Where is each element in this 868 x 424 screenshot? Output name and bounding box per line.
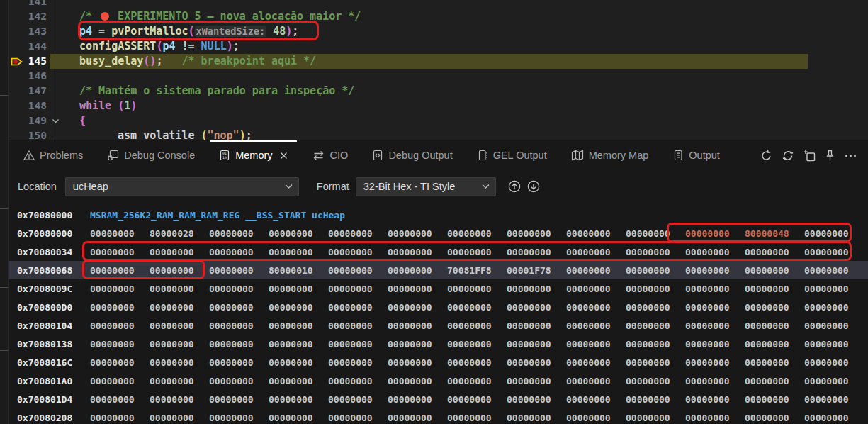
code-line[interactable]: 150 __asm volatile ("nop");	[9, 128, 868, 140]
code-editor[interactable]: 141 142 /* EXPERIMENTO 5 — nova alocação…	[9, 0, 868, 140]
refresh-button[interactable]	[760, 150, 772, 162]
code-token: __asm	[105, 129, 137, 140]
memory-value-cell: 00000000	[328, 413, 388, 423]
code-token: =	[92, 25, 111, 38]
memory-value-cell: 00000000	[685, 376, 745, 386]
memory-value-cell: 00000000	[507, 394, 566, 405]
tab-memory[interactable]: 0110 Memory	[207, 140, 299, 170]
memory-value-cell: 00000000	[209, 413, 269, 423]
memory-value-cell: 00000000	[388, 228, 447, 239]
code-line[interactable]: 141	[9, 0, 868, 9]
gutter-line-number[interactable]: 150	[9, 128, 50, 140]
location-label: Location	[18, 181, 57, 192]
memory-value-cell: 00000000	[209, 357, 269, 368]
memory-value-cell: 00000000	[447, 228, 507, 239]
memory-symbol-row[interactable]: 0x70080000 MSRAM_256K2_RAM_RAM_RAM_REG _…	[9, 206, 868, 224]
new-memory-view-button[interactable]	[804, 150, 816, 162]
memory-value-cell: 00000000	[626, 320, 685, 331]
location-input[interactable]: ucHeap	[65, 177, 299, 196]
memory-value-cell: 00000000	[388, 265, 447, 276]
auto-refresh-button[interactable]	[782, 150, 794, 162]
memory-value-cell: 00000000	[685, 302, 745, 313]
tab-gel-output[interactable]: GEL Output	[465, 140, 559, 170]
tab-problems[interactable]: Problems	[11, 140, 95, 170]
format-value: 32-Bit Hex - TI Style	[363, 181, 455, 192]
memory-value-cell: 00000000	[447, 339, 507, 350]
code-line[interactable]: 146	[9, 69, 868, 84]
tab-output[interactable]: Output	[660, 140, 732, 170]
memory-value-cell: 00000000	[685, 247, 745, 257]
memory-value-cell: 00000000	[566, 302, 626, 313]
memory-value-cell: 00000000	[745, 320, 804, 331]
memory-value-cell: 00000000	[447, 376, 507, 386]
memory-value-cell: 00000000	[388, 339, 447, 350]
memory-row[interactable]: 0x7008016C 00000000000000000000000000000…	[9, 353, 868, 372]
memory-value-cell: 00000000	[745, 413, 804, 423]
tab-memory-map[interactable]: Memory Map	[559, 140, 661, 170]
memory-value-cell: 00000000	[90, 247, 150, 257]
chevron-down-icon[interactable]	[482, 184, 490, 189]
memory-value-cell: 00000000	[507, 320, 566, 331]
memory-value-cell: 00000000	[745, 265, 804, 276]
code-token	[266, 25, 273, 38]
code-line[interactable]: 144 configASSERT(p4 != NULL);	[9, 39, 868, 54]
scroll-down-circle-icon[interactable]	[527, 180, 540, 193]
code-token: "nop"	[208, 129, 239, 140]
gutter-line-number[interactable]: 148	[9, 99, 50, 113]
code-line[interactable]: 142 /* EXPERIMENTO 5 — nova alocação mai…	[9, 9, 868, 24]
memory-value-cell: 00000000	[626, 376, 685, 386]
memory-row[interactable]: 0x70080034 00000000000000000000000000000…	[9, 242, 868, 261]
memory-value-cell: 00000000	[269, 247, 328, 257]
code-line[interactable]: 143 p4 = pvPortMalloc(xWantedSize: 48);	[9, 24, 868, 39]
memory-value-cell: 00000000	[209, 302, 269, 313]
memory-value-cell: 00000000	[447, 247, 507, 257]
tab-debug-output[interactable]: Debug Output	[360, 140, 464, 170]
svg-text:01: 01	[222, 152, 227, 155]
gutter-line-number[interactable]: 146	[9, 69, 50, 84]
format-select[interactable]: 32-Bit Hex - TI Style	[356, 177, 496, 196]
memory-row[interactable]: 0x700801D4 00000000000000000000000000000…	[9, 390, 868, 408]
code-line[interactable]: 148 while (1)	[9, 99, 868, 113]
memory-value-cell: 00000000	[745, 302, 804, 313]
pin-button[interactable]	[825, 150, 835, 162]
red-dot-icon	[101, 12, 109, 21]
memory-value-cell: 00000000	[804, 320, 864, 331]
memory-row[interactable]: 0x70080138 00000000000000000000000000000…	[9, 335, 868, 353]
gutter-line-number[interactable]: 144	[9, 39, 50, 54]
gutter-line-number[interactable]: 142	[9, 9, 50, 24]
close-icon[interactable]	[280, 152, 288, 160]
memory-value-cell: 00000000	[745, 394, 804, 405]
memory-row[interactable]: 0x70080000 00000000800000280000000000000…	[9, 224, 868, 242]
gutter-line-number[interactable]: 141	[9, 0, 50, 9]
memory-row[interactable]: 0x70080208 00000000000000000000000000000…	[9, 408, 868, 424]
map-icon	[571, 150, 584, 161]
memory-row[interactable]: 0x70080104 00000000000000000000000000000…	[9, 316, 868, 335]
memory-value-cell: 00000000	[150, 265, 209, 276]
code-line[interactable]: 145 busy_delay(); /* breakpoint aqui */	[9, 54, 868, 69]
tab-debug-console[interactable]: Debug Console	[95, 140, 207, 170]
memory-row[interactable]: 0x70080068 00000000000000000000000080000…	[9, 261, 868, 279]
memory-value-cell: 00000000	[388, 247, 447, 257]
code-token	[137, 129, 143, 140]
memory-address: 0x70080000	[17, 210, 74, 221]
code-line[interactable]: 149 {	[9, 113, 868, 128]
gutter-line-number[interactable]: 143	[9, 24, 50, 39]
gutter-line-number[interactable]: 149	[9, 113, 50, 128]
memory-row[interactable]: 0x7008009C 00000000000000000000000000000…	[9, 279, 868, 298]
tab-cio[interactable]: CIO	[300, 140, 361, 170]
breakpoint-current-icon[interactable]	[11, 56, 23, 67]
chevron-down-icon[interactable]	[285, 184, 293, 189]
memory-value-cell: 00001F78	[507, 265, 566, 276]
memory-value-cell: 00000000	[388, 413, 447, 423]
code-line[interactable]: 147 /* Mantém o sistema parado para insp…	[9, 84, 868, 99]
memory-row[interactable]: 0x700800D0 00000000000000000000000000000…	[9, 298, 868, 316]
more-actions-button[interactable]	[845, 150, 857, 162]
scroll-up-circle-icon[interactable]	[508, 180, 521, 193]
memory-value-cell: 00000000	[328, 228, 388, 239]
memory-row[interactable]: 0x700801A0 00000000000000000000000000000…	[9, 372, 868, 390]
memory-value-cell: 00000000	[685, 339, 745, 350]
gutter-line-number[interactable]: 147	[9, 84, 50, 99]
memory-value-cell: 00000000	[566, 357, 626, 368]
panel-actions	[760, 140, 857, 170]
gutter-line-number[interactable]: 145	[9, 54, 50, 69]
